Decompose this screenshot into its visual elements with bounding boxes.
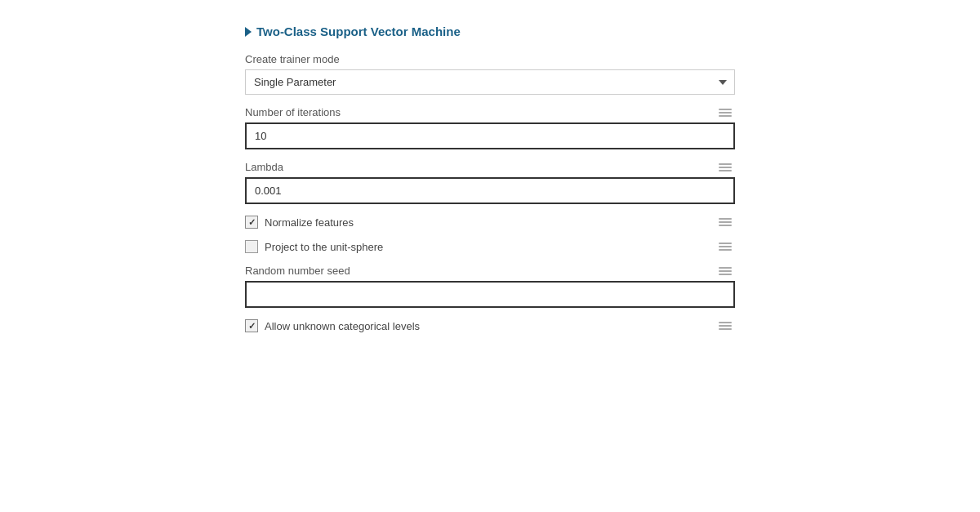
random-seed-input[interactable] [245, 281, 735, 308]
drag-line-3 [719, 274, 732, 275]
lambda-label-row: Lambda [245, 161, 735, 173]
allow-unknown-row: Allow unknown categorical levels [245, 319, 735, 332]
normalize-features-row: Normalize features [245, 216, 735, 229]
project-unit-sphere-row: Project to the unit-sphere [245, 240, 735, 253]
lambda-drag-handle[interactable] [715, 162, 735, 173]
allow-unknown-group: Allow unknown categorical levels [245, 319, 420, 332]
normalize-features-group: Normalize features [245, 216, 354, 229]
section-header: Two-Class Support Vector Machine [245, 24, 735, 38]
collapse-icon[interactable] [245, 27, 252, 37]
project-drag-handle[interactable] [715, 241, 735, 252]
allow-unknown-checkbox[interactable] [245, 319, 258, 332]
normalize-features-checkbox[interactable] [245, 216, 258, 229]
lambda-input[interactable] [245, 177, 735, 204]
random-seed-group: Random number seed [245, 265, 735, 308]
drag-line-1 [719, 267, 732, 269]
trainer-mode-select[interactable]: Single Parameter Parameter Range [245, 69, 735, 95]
allow-unknown-drag-handle[interactable] [715, 320, 735, 332]
drag-line-1 [719, 322, 732, 323]
project-unit-sphere-group: Project to the unit-sphere [245, 240, 383, 253]
section-title: Two-Class Support Vector Machine [256, 24, 461, 38]
normalize-drag-handle[interactable] [715, 216, 735, 228]
iterations-label-row: Number of iterations [245, 106, 735, 118]
trainer-mode-label: Create trainer mode [245, 53, 735, 65]
drag-line-3 [719, 249, 732, 251]
random-seed-drag-handle[interactable] [715, 265, 735, 277]
drag-line-2 [719, 221, 732, 223]
trainer-mode-group: Create trainer mode Single Parameter Par… [245, 53, 735, 95]
drag-line-1 [719, 243, 732, 244]
random-seed-label: Random number seed [245, 265, 350, 277]
page-container: Two-Class Support Vector Machine Create … [0, 0, 980, 512]
iterations-input[interactable] [245, 122, 735, 149]
lambda-label: Lambda [245, 161, 283, 173]
project-unit-sphere-label: Project to the unit-sphere [265, 241, 383, 253]
drag-line-2 [719, 112, 732, 114]
iterations-drag-handle[interactable] [715, 107, 735, 118]
drag-line-1 [719, 109, 732, 110]
drag-line-2 [719, 325, 732, 327]
drag-line-3 [719, 115, 732, 117]
drag-line-3 [719, 225, 732, 226]
drag-line-1 [719, 163, 732, 165]
drag-line-2 [719, 246, 732, 247]
project-unit-sphere-checkbox[interactable] [245, 240, 258, 253]
settings-panel: Two-Class Support Vector Machine Create … [245, 16, 735, 512]
allow-unknown-label: Allow unknown categorical levels [265, 320, 420, 332]
lambda-group: Lambda [245, 161, 735, 204]
trainer-mode-select-wrapper: Single Parameter Parameter Range [245, 69, 735, 95]
iterations-group: Number of iterations [245, 106, 735, 149]
random-seed-label-row: Random number seed [245, 265, 735, 277]
normalize-features-label: Normalize features [265, 216, 354, 229]
drag-line-2 [719, 270, 732, 272]
iterations-label: Number of iterations [245, 106, 341, 118]
drag-line-2 [719, 167, 732, 168]
drag-line-3 [719, 170, 732, 171]
drag-line-3 [719, 328, 732, 330]
drag-line-1 [719, 218, 732, 220]
